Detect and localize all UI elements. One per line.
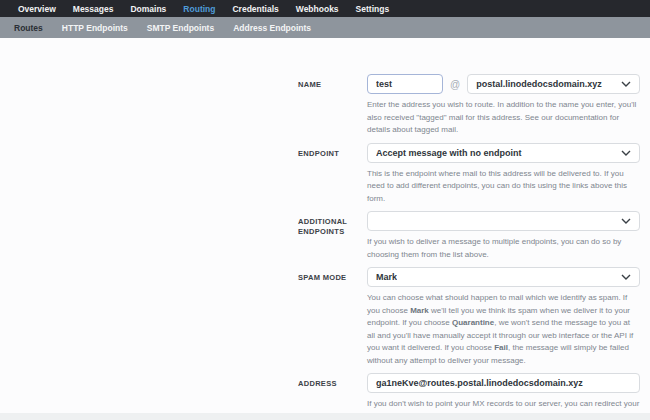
endpoint-help-text: This is the endpoint where mail to this …	[367, 168, 640, 206]
spam-mode-select-value: Mark	[376, 272, 397, 282]
spam-mode-row: SPAM MODE Mark You can choose what shoul…	[298, 267, 640, 367]
nav-item-routing[interactable]: Routing	[183, 4, 215, 14]
route-address-input[interactable]	[367, 373, 640, 393]
route-edit-form: NAME @ postal.linodedocsdomain.xyz Enter…	[0, 38, 650, 413]
domain-select[interactable]: postal.linodedocsdomain.xyz	[467, 74, 640, 94]
routing-sub-navigation: Routes HTTP Endpoints SMTP Endpoints Add…	[0, 17, 650, 38]
additional-endpoints-help-text: If you wish to deliver a message to mult…	[367, 236, 640, 261]
spam-mode-label: SPAM MODE	[298, 267, 367, 367]
name-row: NAME @ postal.linodedocsdomain.xyz Enter…	[298, 74, 640, 137]
subnav-item-http-endpoints[interactable]: HTTP Endpoints	[62, 23, 128, 33]
nav-item-domains[interactable]: Domains	[130, 4, 166, 14]
chevron-down-icon	[621, 274, 631, 280]
endpoint-select-value: Accept message with no endpoint	[376, 148, 522, 158]
name-label: NAME	[298, 74, 367, 137]
nav-item-settings[interactable]: Settings	[356, 4, 390, 14]
endpoint-label: ENDPOINT	[298, 143, 367, 206]
additional-endpoints-row: ADDITIONAL ENDPOINTS If you wish to deli…	[298, 211, 640, 261]
chevron-down-icon	[621, 81, 631, 87]
subnav-item-address-endpoints[interactable]: Address Endpoints	[233, 23, 311, 33]
nav-item-messages[interactable]: Messages	[73, 4, 114, 14]
endpoint-select[interactable]: Accept message with no endpoint	[367, 143, 640, 163]
domain-select-value: postal.linodedocsdomain.xyz	[476, 79, 602, 89]
spam-mode-select[interactable]: Mark	[367, 267, 640, 287]
nav-item-overview[interactable]: Overview	[18, 4, 56, 14]
additional-endpoints-select[interactable]	[367, 211, 640, 231]
top-navigation-bar: Overview Messages Domains Routing Creden…	[0, 0, 650, 17]
route-name-input[interactable]	[367, 74, 443, 94]
bottom-background-strip	[0, 413, 650, 420]
nav-item-webhooks[interactable]: Webhooks	[296, 4, 339, 14]
endpoint-row: ENDPOINT Accept message with no endpoint…	[298, 143, 640, 206]
spam-mode-help-text: You can choose what should happen to mai…	[367, 292, 640, 367]
name-help-text: Enter the address you wish to route. In …	[367, 99, 640, 137]
subnav-item-routes[interactable]: Routes	[14, 23, 43, 33]
subnav-item-smtp-endpoints[interactable]: SMTP Endpoints	[147, 23, 214, 33]
chevron-down-icon	[621, 218, 631, 224]
at-symbol: @	[450, 79, 460, 90]
nav-item-credentials[interactable]: Credentials	[232, 4, 278, 14]
chevron-down-icon	[621, 150, 631, 156]
additional-endpoints-label: ADDITIONAL ENDPOINTS	[298, 211, 367, 261]
